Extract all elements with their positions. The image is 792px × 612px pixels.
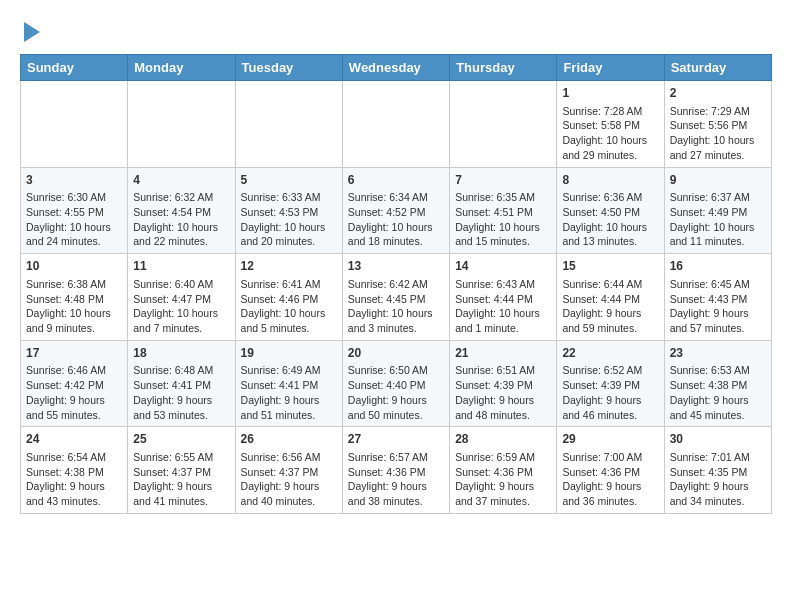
week-row-2: 3Sunrise: 6:30 AMSunset: 4:55 PMDaylight…	[21, 167, 772, 254]
sunset-text: Sunset: 4:38 PM	[26, 466, 104, 478]
sunset-text: Sunset: 4:51 PM	[455, 206, 533, 218]
day-number: 22	[562, 345, 658, 362]
sunrise-text: Sunrise: 7:29 AM	[670, 105, 750, 117]
day-number: 14	[455, 258, 551, 275]
daylight-text: Daylight: 9 hours and 57 minutes.	[670, 307, 749, 334]
sunset-text: Sunset: 4:44 PM	[455, 293, 533, 305]
day-cell: 8Sunrise: 6:36 AMSunset: 4:50 PMDaylight…	[557, 167, 664, 254]
day-number: 24	[26, 431, 122, 448]
sunset-text: Sunset: 4:53 PM	[241, 206, 319, 218]
day-cell: 26Sunrise: 6:56 AMSunset: 4:37 PMDayligh…	[235, 427, 342, 514]
daylight-text: Daylight: 9 hours and 59 minutes.	[562, 307, 641, 334]
sunrise-text: Sunrise: 6:55 AM	[133, 451, 213, 463]
sunrise-text: Sunrise: 6:35 AM	[455, 191, 535, 203]
day-number: 17	[26, 345, 122, 362]
sunset-text: Sunset: 4:50 PM	[562, 206, 640, 218]
sunrise-text: Sunrise: 6:42 AM	[348, 278, 428, 290]
day-cell: 21Sunrise: 6:51 AMSunset: 4:39 PMDayligh…	[450, 340, 557, 427]
day-cell: 3Sunrise: 6:30 AMSunset: 4:55 PMDaylight…	[21, 167, 128, 254]
day-cell: 2Sunrise: 7:29 AMSunset: 5:56 PMDaylight…	[664, 81, 771, 168]
daylight-text: Daylight: 10 hours and 11 minutes.	[670, 221, 755, 248]
week-row-4: 17Sunrise: 6:46 AMSunset: 4:42 PMDayligh…	[21, 340, 772, 427]
sunrise-text: Sunrise: 6:56 AM	[241, 451, 321, 463]
day-cell: 25Sunrise: 6:55 AMSunset: 4:37 PMDayligh…	[128, 427, 235, 514]
sunset-text: Sunset: 4:49 PM	[670, 206, 748, 218]
calendar-header: SundayMondayTuesdayWednesdayThursdayFrid…	[21, 55, 772, 81]
sunset-text: Sunset: 4:38 PM	[670, 379, 748, 391]
daylight-text: Daylight: 9 hours and 50 minutes.	[348, 394, 427, 421]
sunset-text: Sunset: 4:36 PM	[562, 466, 640, 478]
day-number: 23	[670, 345, 766, 362]
day-number: 28	[455, 431, 551, 448]
daylight-text: Daylight: 10 hours and 18 minutes.	[348, 221, 433, 248]
day-cell: 20Sunrise: 6:50 AMSunset: 4:40 PMDayligh…	[342, 340, 449, 427]
day-cell: 16Sunrise: 6:45 AMSunset: 4:43 PMDayligh…	[664, 254, 771, 341]
day-cell: 23Sunrise: 6:53 AMSunset: 4:38 PMDayligh…	[664, 340, 771, 427]
calendar-body: 1Sunrise: 7:28 AMSunset: 5:58 PMDaylight…	[21, 81, 772, 514]
weekday-header-saturday: Saturday	[664, 55, 771, 81]
sunset-text: Sunset: 4:41 PM	[241, 379, 319, 391]
sunrise-text: Sunrise: 6:52 AM	[562, 364, 642, 376]
day-number: 25	[133, 431, 229, 448]
daylight-text: Daylight: 9 hours and 38 minutes.	[348, 480, 427, 507]
sunset-text: Sunset: 4:48 PM	[26, 293, 104, 305]
day-cell: 5Sunrise: 6:33 AMSunset: 4:53 PMDaylight…	[235, 167, 342, 254]
daylight-text: Daylight: 10 hours and 13 minutes.	[562, 221, 647, 248]
daylight-text: Daylight: 10 hours and 1 minute.	[455, 307, 540, 334]
day-cell: 14Sunrise: 6:43 AMSunset: 4:44 PMDayligh…	[450, 254, 557, 341]
weekday-header-thursday: Thursday	[450, 55, 557, 81]
day-number: 8	[562, 172, 658, 189]
day-cell: 19Sunrise: 6:49 AMSunset: 4:41 PMDayligh…	[235, 340, 342, 427]
daylight-text: Daylight: 10 hours and 24 minutes.	[26, 221, 111, 248]
daylight-text: Daylight: 9 hours and 41 minutes.	[133, 480, 212, 507]
sunrise-text: Sunrise: 6:45 AM	[670, 278, 750, 290]
sunrise-text: Sunrise: 6:53 AM	[670, 364, 750, 376]
header	[20, 16, 772, 42]
day-cell: 28Sunrise: 6:59 AMSunset: 4:36 PMDayligh…	[450, 427, 557, 514]
day-cell	[21, 81, 128, 168]
day-number: 21	[455, 345, 551, 362]
day-cell: 10Sunrise: 6:38 AMSunset: 4:48 PMDayligh…	[21, 254, 128, 341]
daylight-text: Daylight: 10 hours and 29 minutes.	[562, 134, 647, 161]
sunset-text: Sunset: 4:47 PM	[133, 293, 211, 305]
sunrise-text: Sunrise: 6:38 AM	[26, 278, 106, 290]
day-number: 12	[241, 258, 337, 275]
sunset-text: Sunset: 5:56 PM	[670, 119, 748, 131]
sunrise-text: Sunrise: 6:30 AM	[26, 191, 106, 203]
sunrise-text: Sunrise: 6:49 AM	[241, 364, 321, 376]
sunset-text: Sunset: 4:44 PM	[562, 293, 640, 305]
logo	[20, 16, 40, 42]
daylight-text: Daylight: 9 hours and 46 minutes.	[562, 394, 641, 421]
day-number: 30	[670, 431, 766, 448]
daylight-text: Daylight: 9 hours and 37 minutes.	[455, 480, 534, 507]
day-cell: 7Sunrise: 6:35 AMSunset: 4:51 PMDaylight…	[450, 167, 557, 254]
sunrise-text: Sunrise: 7:28 AM	[562, 105, 642, 117]
daylight-text: Daylight: 10 hours and 5 minutes.	[241, 307, 326, 334]
daylight-text: Daylight: 9 hours and 43 minutes.	[26, 480, 105, 507]
day-number: 1	[562, 85, 658, 102]
day-cell	[128, 81, 235, 168]
sunrise-text: Sunrise: 6:48 AM	[133, 364, 213, 376]
sunset-text: Sunset: 4:37 PM	[133, 466, 211, 478]
sunset-text: Sunset: 4:54 PM	[133, 206, 211, 218]
day-number: 26	[241, 431, 337, 448]
daylight-text: Daylight: 9 hours and 51 minutes.	[241, 394, 320, 421]
logo-wrapper	[20, 16, 40, 42]
day-number: 20	[348, 345, 444, 362]
daylight-text: Daylight: 9 hours and 40 minutes.	[241, 480, 320, 507]
day-cell: 29Sunrise: 7:00 AMSunset: 4:36 PMDayligh…	[557, 427, 664, 514]
daylight-text: Daylight: 9 hours and 48 minutes.	[455, 394, 534, 421]
day-number: 15	[562, 258, 658, 275]
sunset-text: Sunset: 5:58 PM	[562, 119, 640, 131]
daylight-text: Daylight: 9 hours and 53 minutes.	[133, 394, 212, 421]
weekday-header-friday: Friday	[557, 55, 664, 81]
week-row-1: 1Sunrise: 7:28 AMSunset: 5:58 PMDaylight…	[21, 81, 772, 168]
sunrise-text: Sunrise: 6:32 AM	[133, 191, 213, 203]
day-cell	[235, 81, 342, 168]
sunrise-text: Sunrise: 6:40 AM	[133, 278, 213, 290]
sunset-text: Sunset: 4:45 PM	[348, 293, 426, 305]
daylight-text: Daylight: 10 hours and 15 minutes.	[455, 221, 540, 248]
sunset-text: Sunset: 4:36 PM	[348, 466, 426, 478]
day-cell: 4Sunrise: 6:32 AMSunset: 4:54 PMDaylight…	[128, 167, 235, 254]
daylight-text: Daylight: 9 hours and 34 minutes.	[670, 480, 749, 507]
